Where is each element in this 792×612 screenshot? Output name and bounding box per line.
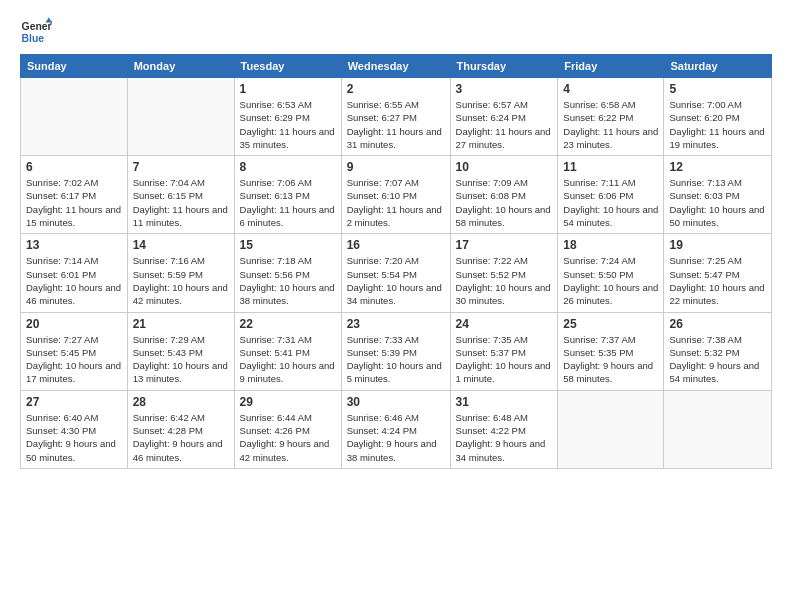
day-number: 3 bbox=[456, 82, 553, 96]
day-info: Sunrise: 7:27 AMSunset: 5:45 PMDaylight:… bbox=[26, 333, 122, 386]
day-info: Sunrise: 6:44 AMSunset: 4:26 PMDaylight:… bbox=[240, 411, 336, 464]
day-number: 27 bbox=[26, 395, 122, 409]
calendar-day-13: 13Sunrise: 7:14 AMSunset: 6:01 PMDayligh… bbox=[21, 234, 128, 312]
calendar-day-18: 18Sunrise: 7:24 AMSunset: 5:50 PMDayligh… bbox=[558, 234, 664, 312]
day-info: Sunrise: 6:58 AMSunset: 6:22 PMDaylight:… bbox=[563, 98, 658, 151]
day-info: Sunrise: 7:20 AMSunset: 5:54 PMDaylight:… bbox=[347, 254, 445, 307]
calendar-day-14: 14Sunrise: 7:16 AMSunset: 5:59 PMDayligh… bbox=[127, 234, 234, 312]
calendar-day-2: 2Sunrise: 6:55 AMSunset: 6:27 PMDaylight… bbox=[341, 78, 450, 156]
day-number: 2 bbox=[347, 82, 445, 96]
day-number: 17 bbox=[456, 238, 553, 252]
day-number: 8 bbox=[240, 160, 336, 174]
calendar-day-17: 17Sunrise: 7:22 AMSunset: 5:52 PMDayligh… bbox=[450, 234, 558, 312]
day-number: 29 bbox=[240, 395, 336, 409]
day-number: 14 bbox=[133, 238, 229, 252]
day-number: 15 bbox=[240, 238, 336, 252]
day-number: 22 bbox=[240, 317, 336, 331]
day-info: Sunrise: 7:25 AMSunset: 5:47 PMDaylight:… bbox=[669, 254, 766, 307]
day-info: Sunrise: 7:13 AMSunset: 6:03 PMDaylight:… bbox=[669, 176, 766, 229]
calendar-day-30: 30Sunrise: 6:46 AMSunset: 4:24 PMDayligh… bbox=[341, 390, 450, 468]
day-number: 31 bbox=[456, 395, 553, 409]
calendar-day-9: 9Sunrise: 7:07 AMSunset: 6:10 PMDaylight… bbox=[341, 156, 450, 234]
day-header-tuesday: Tuesday bbox=[234, 55, 341, 78]
calendar-day-29: 29Sunrise: 6:44 AMSunset: 4:26 PMDayligh… bbox=[234, 390, 341, 468]
day-info: Sunrise: 6:42 AMSunset: 4:28 PMDaylight:… bbox=[133, 411, 229, 464]
page-header: General Blue bbox=[20, 16, 772, 48]
calendar-day-26: 26Sunrise: 7:38 AMSunset: 5:32 PMDayligh… bbox=[664, 312, 772, 390]
calendar-day-20: 20Sunrise: 7:27 AMSunset: 5:45 PMDayligh… bbox=[21, 312, 128, 390]
day-header-saturday: Saturday bbox=[664, 55, 772, 78]
day-number: 26 bbox=[669, 317, 766, 331]
day-number: 10 bbox=[456, 160, 553, 174]
day-info: Sunrise: 7:18 AMSunset: 5:56 PMDaylight:… bbox=[240, 254, 336, 307]
day-header-wednesday: Wednesday bbox=[341, 55, 450, 78]
day-info: Sunrise: 6:57 AMSunset: 6:24 PMDaylight:… bbox=[456, 98, 553, 151]
day-number: 1 bbox=[240, 82, 336, 96]
calendar-week-5: 27Sunrise: 6:40 AMSunset: 4:30 PMDayligh… bbox=[21, 390, 772, 468]
day-info: Sunrise: 7:22 AMSunset: 5:52 PMDaylight:… bbox=[456, 254, 553, 307]
day-number: 9 bbox=[347, 160, 445, 174]
day-number: 20 bbox=[26, 317, 122, 331]
day-info: Sunrise: 7:38 AMSunset: 5:32 PMDaylight:… bbox=[669, 333, 766, 386]
day-info: Sunrise: 7:04 AMSunset: 6:15 PMDaylight:… bbox=[133, 176, 229, 229]
day-number: 24 bbox=[456, 317, 553, 331]
day-header-friday: Friday bbox=[558, 55, 664, 78]
day-info: Sunrise: 7:16 AMSunset: 5:59 PMDaylight:… bbox=[133, 254, 229, 307]
svg-text:Blue: Blue bbox=[22, 33, 45, 44]
calendar-day-24: 24Sunrise: 7:35 AMSunset: 5:37 PMDayligh… bbox=[450, 312, 558, 390]
day-info: Sunrise: 7:09 AMSunset: 6:08 PMDaylight:… bbox=[456, 176, 553, 229]
calendar-day-21: 21Sunrise: 7:29 AMSunset: 5:43 PMDayligh… bbox=[127, 312, 234, 390]
calendar-day-28: 28Sunrise: 6:42 AMSunset: 4:28 PMDayligh… bbox=[127, 390, 234, 468]
day-number: 11 bbox=[563, 160, 658, 174]
day-info: Sunrise: 6:53 AMSunset: 6:29 PMDaylight:… bbox=[240, 98, 336, 151]
calendar-day-5: 5Sunrise: 7:00 AMSunset: 6:20 PMDaylight… bbox=[664, 78, 772, 156]
calendar-day-11: 11Sunrise: 7:11 AMSunset: 6:06 PMDayligh… bbox=[558, 156, 664, 234]
day-info: Sunrise: 7:07 AMSunset: 6:10 PMDaylight:… bbox=[347, 176, 445, 229]
day-header-thursday: Thursday bbox=[450, 55, 558, 78]
calendar-day-23: 23Sunrise: 7:33 AMSunset: 5:39 PMDayligh… bbox=[341, 312, 450, 390]
svg-marker-2 bbox=[46, 18, 52, 23]
day-number: 28 bbox=[133, 395, 229, 409]
calendar-day-12: 12Sunrise: 7:13 AMSunset: 6:03 PMDayligh… bbox=[664, 156, 772, 234]
day-info: Sunrise: 7:31 AMSunset: 5:41 PMDaylight:… bbox=[240, 333, 336, 386]
calendar-day-6: 6Sunrise: 7:02 AMSunset: 6:17 PMDaylight… bbox=[21, 156, 128, 234]
calendar-day-empty bbox=[558, 390, 664, 468]
day-number: 6 bbox=[26, 160, 122, 174]
day-header-monday: Monday bbox=[127, 55, 234, 78]
calendar-header-row: SundayMondayTuesdayWednesdayThursdayFrid… bbox=[21, 55, 772, 78]
day-number: 5 bbox=[669, 82, 766, 96]
day-number: 19 bbox=[669, 238, 766, 252]
day-number: 13 bbox=[26, 238, 122, 252]
day-number: 12 bbox=[669, 160, 766, 174]
day-info: Sunrise: 7:33 AMSunset: 5:39 PMDaylight:… bbox=[347, 333, 445, 386]
svg-text:General: General bbox=[22, 21, 52, 32]
day-number: 21 bbox=[133, 317, 229, 331]
day-info: Sunrise: 7:37 AMSunset: 5:35 PMDaylight:… bbox=[563, 333, 658, 386]
calendar-day-25: 25Sunrise: 7:37 AMSunset: 5:35 PMDayligh… bbox=[558, 312, 664, 390]
calendar-day-1: 1Sunrise: 6:53 AMSunset: 6:29 PMDaylight… bbox=[234, 78, 341, 156]
day-info: Sunrise: 6:48 AMSunset: 4:22 PMDaylight:… bbox=[456, 411, 553, 464]
day-info: Sunrise: 7:24 AMSunset: 5:50 PMDaylight:… bbox=[563, 254, 658, 307]
day-info: Sunrise: 7:06 AMSunset: 6:13 PMDaylight:… bbox=[240, 176, 336, 229]
day-number: 4 bbox=[563, 82, 658, 96]
calendar-day-empty bbox=[127, 78, 234, 156]
day-number: 25 bbox=[563, 317, 658, 331]
day-info: Sunrise: 6:55 AMSunset: 6:27 PMDaylight:… bbox=[347, 98, 445, 151]
calendar-week-4: 20Sunrise: 7:27 AMSunset: 5:45 PMDayligh… bbox=[21, 312, 772, 390]
day-number: 30 bbox=[347, 395, 445, 409]
day-number: 23 bbox=[347, 317, 445, 331]
day-info: Sunrise: 7:35 AMSunset: 5:37 PMDaylight:… bbox=[456, 333, 553, 386]
day-info: Sunrise: 6:46 AMSunset: 4:24 PMDaylight:… bbox=[347, 411, 445, 464]
calendar-day-19: 19Sunrise: 7:25 AMSunset: 5:47 PMDayligh… bbox=[664, 234, 772, 312]
day-info: Sunrise: 7:00 AMSunset: 6:20 PMDaylight:… bbox=[669, 98, 766, 151]
day-header-sunday: Sunday bbox=[21, 55, 128, 78]
calendar-day-8: 8Sunrise: 7:06 AMSunset: 6:13 PMDaylight… bbox=[234, 156, 341, 234]
logo-icon: General Blue bbox=[20, 16, 52, 48]
logo: General Blue bbox=[20, 16, 52, 48]
calendar-table: SundayMondayTuesdayWednesdayThursdayFrid… bbox=[20, 54, 772, 469]
calendar-week-3: 13Sunrise: 7:14 AMSunset: 6:01 PMDayligh… bbox=[21, 234, 772, 312]
day-number: 7 bbox=[133, 160, 229, 174]
day-info: Sunrise: 7:29 AMSunset: 5:43 PMDaylight:… bbox=[133, 333, 229, 386]
day-info: Sunrise: 7:02 AMSunset: 6:17 PMDaylight:… bbox=[26, 176, 122, 229]
calendar-day-16: 16Sunrise: 7:20 AMSunset: 5:54 PMDayligh… bbox=[341, 234, 450, 312]
